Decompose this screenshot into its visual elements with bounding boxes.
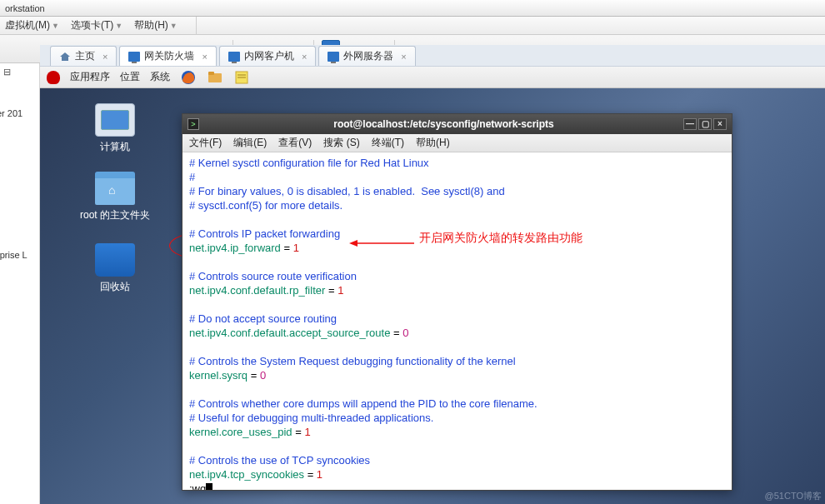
annotation-text: 开启网关防火墙的转发路由功能 — [419, 231, 582, 246]
redhat-icon — [47, 71, 60, 84]
file-manager-icon[interactable] — [207, 70, 223, 85]
terminal-content[interactable]: # Kernel sysctl configuration file for R… — [182, 152, 732, 490]
tab-client[interactable]: 内网客户机× — [219, 46, 316, 66]
terminal-icon: > — [188, 118, 199, 130]
menu-help[interactable]: 帮助(H) — [416, 136, 450, 150]
vm-viewport: 主页× 网关防火墙× 内网客户机× 外网服务器× 应用程序 位置 系统 计算机 — [40, 45, 825, 504]
terminal-title-text: root@localhost:/etc/sysconfig/network-sc… — [206, 118, 682, 130]
close-icon[interactable]: × — [202, 52, 207, 62]
desktop-icon-home[interactable]: root 的主文件夹 — [73, 172, 157, 222]
close-icon[interactable]: × — [102, 52, 108, 62]
tab-home[interactable]: 主页× — [50, 46, 117, 66]
tab-gateway[interactable]: 网关防火墙× — [119, 46, 216, 66]
notes-icon[interactable] — [233, 70, 250, 85]
vmware-menubar: 虚拟机(M)▼ 选项卡(T)▼ 帮助(H)▼ — [0, 17, 825, 35]
menu-search[interactable]: 搜索 (S) — [323, 136, 359, 150]
terminal-window[interactable]: > root@localhost:/etc/sysconfig/network-… — [182, 113, 732, 491]
desktop-icon-trash[interactable]: 回收站 — [82, 243, 148, 294]
monitor-icon — [328, 52, 339, 62]
annotation-arrow — [349, 237, 416, 250]
tab-server[interactable]: 外网服务器× — [318, 46, 415, 66]
tree-toggle[interactable]: ⊟ — [3, 67, 36, 77]
firefox-icon[interactable] — [180, 70, 197, 85]
menu-tabs[interactable]: 选项卡(T)▼ — [71, 18, 122, 32]
icon-label: 计算机 — [82, 140, 148, 154]
terminal-menubar: 文件(F) 编辑(E) 查看(V) 搜索 (S) 终端(T) 帮助(H) — [182, 134, 732, 152]
menu-view[interactable]: 查看(V) — [278, 136, 312, 150]
close-icon[interactable]: × — [401, 52, 406, 62]
tree-item[interactable]: rprise L — [0, 250, 28, 260]
minimize-button[interactable]: — — [683, 118, 697, 130]
icon-label: 回收站 — [82, 280, 148, 294]
svg-marker-7 — [349, 240, 358, 247]
monitor-icon — [128, 52, 140, 62]
close-icon[interactable]: × — [302, 52, 307, 62]
vmware-title-bar: orkstation — [0, 0, 825, 17]
menu-places[interactable]: 位置 — [120, 70, 140, 84]
icon-label: root 的主文件夹 — [73, 208, 157, 222]
maximize-button[interactable]: ▢ — [698, 118, 712, 130]
tree-item[interactable]: er 201 — [0, 108, 22, 118]
monitor-icon — [228, 52, 240, 62]
menu-vm[interactable]: 虚拟机(M)▼ — [5, 18, 59, 32]
menu-term[interactable]: 终端(T) — [372, 136, 404, 150]
vm-tab-strip: 主页× 网关防火墙× 内网客户机× 外网服务器× — [40, 45, 825, 67]
svg-rect-2 — [208, 72, 214, 75]
close-button[interactable]: × — [713, 118, 727, 130]
text-cursor — [206, 483, 212, 490]
vm-library-sidebar: ⊟ er 201 rprise L — [0, 63, 40, 504]
menu-system[interactable]: 系统 — [150, 70, 170, 84]
guest-desktop[interactable]: 计算机 root 的主文件夹 回收站 > root@localhost:/etc… — [40, 88, 825, 504]
watermark: @51CTO博客 — [765, 490, 822, 502]
menu-file[interactable]: 文件(F) — [189, 136, 222, 150]
home-icon — [59, 52, 71, 62]
guest-top-panel: 应用程序 位置 系统 — [40, 67, 825, 88]
menu-help[interactable]: 帮助(H)▼ — [134, 18, 178, 32]
terminal-titlebar[interactable]: > root@localhost:/etc/sysconfig/network-… — [182, 114, 732, 134]
menu-applications[interactable]: 应用程序 — [70, 70, 110, 84]
menu-edit[interactable]: 编辑(E) — [233, 136, 267, 150]
desktop-icon-computer[interactable]: 计算机 — [82, 103, 148, 154]
